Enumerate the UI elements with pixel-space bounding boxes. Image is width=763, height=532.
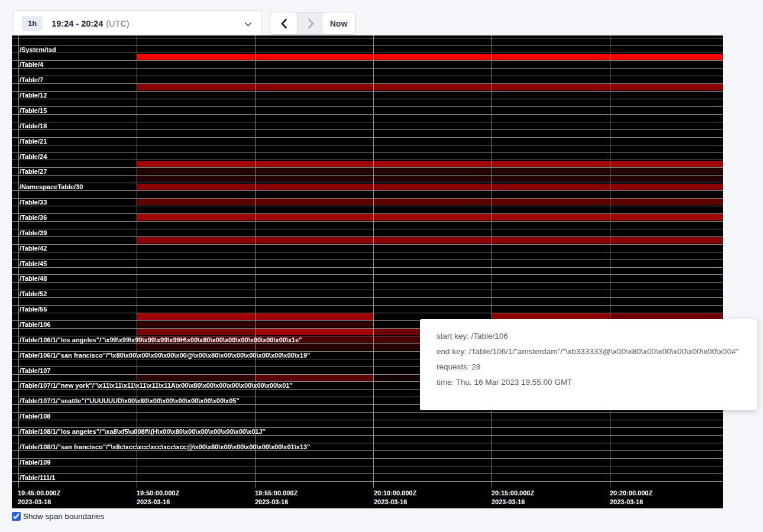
grid-hline: [12, 259, 723, 260]
heat-band[interactable]: [255, 375, 373, 381]
heat-band[interactable]: [137, 199, 723, 205]
row-label: /Table/52: [20, 290, 47, 297]
axis-tick-date: 2023-03-16: [492, 498, 534, 507]
row-label: /Table/111/1: [20, 474, 55, 481]
row-label: /Table/7: [20, 76, 43, 83]
time-window-badge: 1h: [22, 16, 43, 31]
grid-hline: [12, 252, 723, 252]
axis-tick: 20:10:00.000Z2023-03-16: [374, 489, 416, 507]
heat-band[interactable]: [137, 54, 723, 60]
row-label: /Table/45: [20, 260, 47, 267]
row-label: /Table/15: [20, 107, 47, 114]
next-time-button[interactable]: [298, 12, 325, 34]
grid-hline: [12, 190, 723, 191]
row-label: /Table/27: [20, 168, 47, 175]
show-span-boundaries-checkbox[interactable]: [12, 512, 21, 521]
heat-band[interactable]: [137, 161, 723, 167]
grid-hline: [12, 221, 723, 222]
row-label: /Table/18: [20, 122, 47, 129]
now-button[interactable]: Now: [322, 12, 355, 35]
axis-tick-date: 2023-03-16: [374, 498, 416, 507]
grid-vline: [373, 35, 374, 488]
row-label: /Table/108/1/"los angeles"/"\xa8\xf5\u00…: [20, 428, 266, 435]
time-axis: 19:45:00.000Z2023-03-1619:50:00.000Z2023…: [12, 488, 723, 508]
heat-band[interactable]: [137, 214, 723, 220]
axis-tick-time: 20:20:00.000Z: [610, 489, 652, 498]
grid-hline: [12, 167, 723, 168]
axis-tick-time: 20:10:00.000Z: [374, 489, 416, 498]
heat-band[interactable]: [137, 176, 723, 183]
heat-band[interactable]: [137, 375, 255, 381]
grid-hline: [12, 420, 723, 420]
row-label: /Table/4: [20, 61, 43, 68]
axis-tick-date: 2023-03-16: [610, 498, 652, 507]
grid-hline: [12, 412, 723, 413]
grid-hline: [12, 213, 723, 214]
axis-tick: 19:45:00.000Z2023-03-16: [18, 489, 60, 507]
timezone-label: (UTC): [106, 19, 129, 28]
keyvis-plot[interactable]: /System/tsd/Table/4/Table/7/Table/12/Tab…: [12, 35, 723, 488]
axis-tick-date: 2023-03-16: [18, 498, 60, 507]
grid-hline: [12, 153, 723, 153]
row-label: /Table/48: [20, 275, 47, 282]
grid-hline: [12, 114, 723, 115]
grid-hline: [12, 183, 723, 183]
heat-band[interactable]: [137, 84, 723, 90]
grid-hline: [12, 68, 723, 69]
prev-time-button[interactable]: [270, 12, 298, 34]
axis-tick-time: 19:45:00.000Z: [18, 489, 60, 498]
axis-tick: 20:15:00.000Z2023-03-16: [492, 489, 534, 507]
grid-hline: [12, 466, 723, 466]
axis-tick-time: 19:50:00.000Z: [137, 489, 179, 498]
row-label: /Table/108/1/"san francisco"/"\x8c\xcc\x…: [20, 443, 310, 450]
footer: Show span boundaries: [12, 512, 104, 521]
tooltip-time: time: Thu, 16 Mar 2023 19:55:00 GMT: [437, 377, 741, 388]
grid-hline: [12, 267, 723, 268]
grid-hline: [12, 198, 723, 199]
grid-hline: [12, 91, 723, 92]
grid-hline: [12, 160, 723, 160]
row-label: /Table/107: [20, 367, 50, 374]
grid-hline: [12, 244, 723, 245]
axis-tick-time: 19:55:00.000Z: [255, 489, 298, 498]
row-label: /Table/106/1/"san francisco"/"\x80\x00\x…: [20, 352, 310, 359]
row-label: /Table/42: [20, 245, 47, 252]
time-range-text: 19:24 - 20:24: [51, 19, 103, 28]
chevron-left-icon: [280, 18, 287, 29]
grid-hline: [12, 313, 723, 313]
grid-hline: [12, 290, 723, 290]
grid-hline: [12, 38, 723, 38]
row-label: /Table/106: [20, 321, 50, 328]
grid-vline: [255, 35, 256, 488]
grid-hline: [12, 274, 723, 275]
grid-hline: [12, 46, 723, 46]
keyvis-canvas[interactable]: /System/tsd/Table/4/Table/7/Table/12/Tab…: [12, 35, 723, 508]
heat-band[interactable]: [137, 168, 723, 175]
heat-band[interactable]: [137, 184, 723, 190]
heat-band[interactable]: [255, 329, 373, 335]
row-label: /Table/55: [20, 306, 47, 313]
axis-tick-date: 2023-03-16: [255, 498, 298, 507]
grid-hline: [12, 175, 723, 176]
hover-tooltip: start key: /Table/106 end key: /Table/10…: [420, 319, 757, 410]
time-range-select[interactable]: 1h 19:24 - 20:24 (UTC): [13, 10, 262, 37]
row-label: /Table/108: [20, 413, 50, 420]
grid-hline: [12, 129, 723, 130]
tooltip-start-key: start key: /Table/106: [437, 331, 741, 342]
row-label: /Table/12: [20, 92, 47, 99]
chevron-right-icon: [308, 18, 315, 29]
axis-tick: 20:20:00.000Z2023-03-16: [610, 489, 652, 507]
grid-hline: [12, 481, 723, 482]
row-label: /Table/107/1/"seattle"/"UUUUUUD\x00\x80\…: [20, 397, 240, 404]
grid-hline: [12, 229, 723, 229]
row-label: /Table/21: [20, 138, 47, 145]
show-span-boundaries-toggle[interactable]: Show span boundaries: [12, 512, 104, 521]
grid-hline: [12, 76, 723, 76]
grid-hline: [12, 305, 723, 306]
axis-tick: 19:50:00.000Z2023-03-16: [137, 489, 179, 507]
grid-vline: [610, 35, 610, 488]
grid-hline: [12, 145, 723, 145]
heat-band[interactable]: [137, 329, 255, 335]
row-label: /Table/109: [20, 459, 50, 466]
heat-band[interactable]: [137, 237, 723, 244]
